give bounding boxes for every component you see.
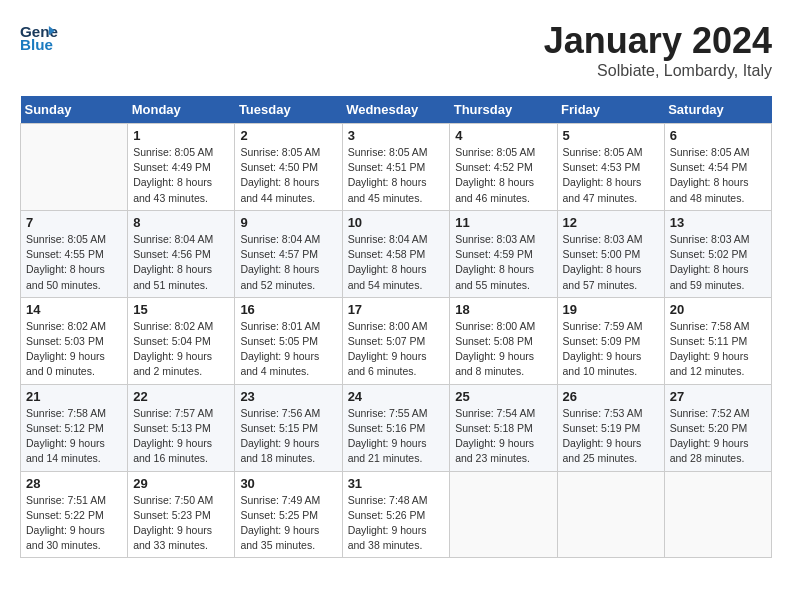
calendar-cell: 20Sunrise: 7:58 AMSunset: 5:11 PMDayligh… bbox=[664, 297, 771, 384]
calendar-cell: 15Sunrise: 8:02 AMSunset: 5:04 PMDayligh… bbox=[128, 297, 235, 384]
day-number: 29 bbox=[133, 476, 229, 491]
day-info: Sunrise: 8:05 AMSunset: 4:51 PMDaylight:… bbox=[348, 145, 445, 206]
day-number: 20 bbox=[670, 302, 766, 317]
calendar-cell bbox=[21, 124, 128, 211]
day-info: Sunrise: 7:48 AMSunset: 5:26 PMDaylight:… bbox=[348, 493, 445, 554]
calendar-cell: 19Sunrise: 7:59 AMSunset: 5:09 PMDayligh… bbox=[557, 297, 664, 384]
day-info: Sunrise: 8:02 AMSunset: 5:03 PMDaylight:… bbox=[26, 319, 122, 380]
calendar-cell: 22Sunrise: 7:57 AMSunset: 5:13 PMDayligh… bbox=[128, 384, 235, 471]
day-info: Sunrise: 8:05 AMSunset: 4:54 PMDaylight:… bbox=[670, 145, 766, 206]
calendar-week-row: 7Sunrise: 8:05 AMSunset: 4:55 PMDaylight… bbox=[21, 210, 772, 297]
day-info: Sunrise: 8:05 AMSunset: 4:50 PMDaylight:… bbox=[240, 145, 336, 206]
calendar-week-row: 21Sunrise: 7:58 AMSunset: 5:12 PMDayligh… bbox=[21, 384, 772, 471]
day-info: Sunrise: 7:58 AMSunset: 5:12 PMDaylight:… bbox=[26, 406, 122, 467]
day-number: 11 bbox=[455, 215, 551, 230]
calendar-cell: 13Sunrise: 8:03 AMSunset: 5:02 PMDayligh… bbox=[664, 210, 771, 297]
day-info: Sunrise: 8:05 AMSunset: 4:53 PMDaylight:… bbox=[563, 145, 659, 206]
day-number: 6 bbox=[670, 128, 766, 143]
day-info: Sunrise: 7:59 AMSunset: 5:09 PMDaylight:… bbox=[563, 319, 659, 380]
day-info: Sunrise: 7:54 AMSunset: 5:18 PMDaylight:… bbox=[455, 406, 551, 467]
calendar-header-row: SundayMondayTuesdayWednesdayThursdayFrid… bbox=[21, 96, 772, 124]
weekday-header: Friday bbox=[557, 96, 664, 124]
day-info: Sunrise: 8:04 AMSunset: 4:58 PMDaylight:… bbox=[348, 232, 445, 293]
day-info: Sunrise: 8:04 AMSunset: 4:57 PMDaylight:… bbox=[240, 232, 336, 293]
calendar-cell: 29Sunrise: 7:50 AMSunset: 5:23 PMDayligh… bbox=[128, 471, 235, 558]
day-number: 31 bbox=[348, 476, 445, 491]
page-header: General Blue January 2024 Solbiate, Lomb… bbox=[20, 20, 772, 80]
calendar-cell: 8Sunrise: 8:04 AMSunset: 4:56 PMDaylight… bbox=[128, 210, 235, 297]
day-number: 16 bbox=[240, 302, 336, 317]
calendar-cell: 24Sunrise: 7:55 AMSunset: 5:16 PMDayligh… bbox=[342, 384, 450, 471]
calendar-cell: 26Sunrise: 7:53 AMSunset: 5:19 PMDayligh… bbox=[557, 384, 664, 471]
day-number: 12 bbox=[563, 215, 659, 230]
day-info: Sunrise: 8:01 AMSunset: 5:05 PMDaylight:… bbox=[240, 319, 336, 380]
calendar-cell bbox=[557, 471, 664, 558]
day-info: Sunrise: 8:02 AMSunset: 5:04 PMDaylight:… bbox=[133, 319, 229, 380]
day-info: Sunrise: 8:00 AMSunset: 5:08 PMDaylight:… bbox=[455, 319, 551, 380]
day-number: 26 bbox=[563, 389, 659, 404]
day-number: 27 bbox=[670, 389, 766, 404]
calendar-cell: 27Sunrise: 7:52 AMSunset: 5:20 PMDayligh… bbox=[664, 384, 771, 471]
day-info: Sunrise: 8:03 AMSunset: 5:00 PMDaylight:… bbox=[563, 232, 659, 293]
calendar-cell: 5Sunrise: 8:05 AMSunset: 4:53 PMDaylight… bbox=[557, 124, 664, 211]
day-info: Sunrise: 8:00 AMSunset: 5:07 PMDaylight:… bbox=[348, 319, 445, 380]
weekday-header: Thursday bbox=[450, 96, 557, 124]
day-info: Sunrise: 7:57 AMSunset: 5:13 PMDaylight:… bbox=[133, 406, 229, 467]
day-info: Sunrise: 7:49 AMSunset: 5:25 PMDaylight:… bbox=[240, 493, 336, 554]
day-info: Sunrise: 7:50 AMSunset: 5:23 PMDaylight:… bbox=[133, 493, 229, 554]
day-info: Sunrise: 8:03 AMSunset: 5:02 PMDaylight:… bbox=[670, 232, 766, 293]
day-number: 13 bbox=[670, 215, 766, 230]
calendar-cell: 23Sunrise: 7:56 AMSunset: 5:15 PMDayligh… bbox=[235, 384, 342, 471]
day-number: 10 bbox=[348, 215, 445, 230]
calendar-cell: 9Sunrise: 8:04 AMSunset: 4:57 PMDaylight… bbox=[235, 210, 342, 297]
day-info: Sunrise: 7:56 AMSunset: 5:15 PMDaylight:… bbox=[240, 406, 336, 467]
calendar-cell: 11Sunrise: 8:03 AMSunset: 4:59 PMDayligh… bbox=[450, 210, 557, 297]
calendar-cell: 17Sunrise: 8:00 AMSunset: 5:07 PMDayligh… bbox=[342, 297, 450, 384]
day-number: 7 bbox=[26, 215, 122, 230]
title-block: January 2024 Solbiate, Lombardy, Italy bbox=[544, 20, 772, 80]
weekday-header: Saturday bbox=[664, 96, 771, 124]
calendar-cell: 31Sunrise: 7:48 AMSunset: 5:26 PMDayligh… bbox=[342, 471, 450, 558]
day-number: 4 bbox=[455, 128, 551, 143]
day-number: 19 bbox=[563, 302, 659, 317]
calendar-cell: 21Sunrise: 7:58 AMSunset: 5:12 PMDayligh… bbox=[21, 384, 128, 471]
day-info: Sunrise: 7:53 AMSunset: 5:19 PMDaylight:… bbox=[563, 406, 659, 467]
day-info: Sunrise: 7:55 AMSunset: 5:16 PMDaylight:… bbox=[348, 406, 445, 467]
location-subtitle: Solbiate, Lombardy, Italy bbox=[544, 62, 772, 80]
calendar-cell: 1Sunrise: 8:05 AMSunset: 4:49 PMDaylight… bbox=[128, 124, 235, 211]
day-number: 3 bbox=[348, 128, 445, 143]
weekday-header: Monday bbox=[128, 96, 235, 124]
day-number: 24 bbox=[348, 389, 445, 404]
calendar-cell: 28Sunrise: 7:51 AMSunset: 5:22 PMDayligh… bbox=[21, 471, 128, 558]
calendar-week-row: 1Sunrise: 8:05 AMSunset: 4:49 PMDaylight… bbox=[21, 124, 772, 211]
day-number: 9 bbox=[240, 215, 336, 230]
day-info: Sunrise: 8:03 AMSunset: 4:59 PMDaylight:… bbox=[455, 232, 551, 293]
day-info: Sunrise: 8:04 AMSunset: 4:56 PMDaylight:… bbox=[133, 232, 229, 293]
calendar-cell: 7Sunrise: 8:05 AMSunset: 4:55 PMDaylight… bbox=[21, 210, 128, 297]
day-number: 18 bbox=[455, 302, 551, 317]
day-info: Sunrise: 7:58 AMSunset: 5:11 PMDaylight:… bbox=[670, 319, 766, 380]
day-number: 17 bbox=[348, 302, 445, 317]
day-number: 14 bbox=[26, 302, 122, 317]
calendar-week-row: 14Sunrise: 8:02 AMSunset: 5:03 PMDayligh… bbox=[21, 297, 772, 384]
day-info: Sunrise: 8:05 AMSunset: 4:49 PMDaylight:… bbox=[133, 145, 229, 206]
calendar-cell: 14Sunrise: 8:02 AMSunset: 5:03 PMDayligh… bbox=[21, 297, 128, 384]
calendar-cell bbox=[450, 471, 557, 558]
day-number: 21 bbox=[26, 389, 122, 404]
day-number: 23 bbox=[240, 389, 336, 404]
calendar-cell: 4Sunrise: 8:05 AMSunset: 4:52 PMDaylight… bbox=[450, 124, 557, 211]
calendar-cell: 25Sunrise: 7:54 AMSunset: 5:18 PMDayligh… bbox=[450, 384, 557, 471]
calendar-cell: 6Sunrise: 8:05 AMSunset: 4:54 PMDaylight… bbox=[664, 124, 771, 211]
day-info: Sunrise: 7:51 AMSunset: 5:22 PMDaylight:… bbox=[26, 493, 122, 554]
calendar-cell: 3Sunrise: 8:05 AMSunset: 4:51 PMDaylight… bbox=[342, 124, 450, 211]
calendar-cell bbox=[664, 471, 771, 558]
weekday-header: Wednesday bbox=[342, 96, 450, 124]
calendar-cell: 18Sunrise: 8:00 AMSunset: 5:08 PMDayligh… bbox=[450, 297, 557, 384]
day-number: 1 bbox=[133, 128, 229, 143]
calendar-week-row: 28Sunrise: 7:51 AMSunset: 5:22 PMDayligh… bbox=[21, 471, 772, 558]
logo-icon: General Blue bbox=[20, 20, 58, 58]
day-number: 25 bbox=[455, 389, 551, 404]
calendar-cell: 12Sunrise: 8:03 AMSunset: 5:00 PMDayligh… bbox=[557, 210, 664, 297]
day-number: 22 bbox=[133, 389, 229, 404]
day-info: Sunrise: 8:05 AMSunset: 4:52 PMDaylight:… bbox=[455, 145, 551, 206]
